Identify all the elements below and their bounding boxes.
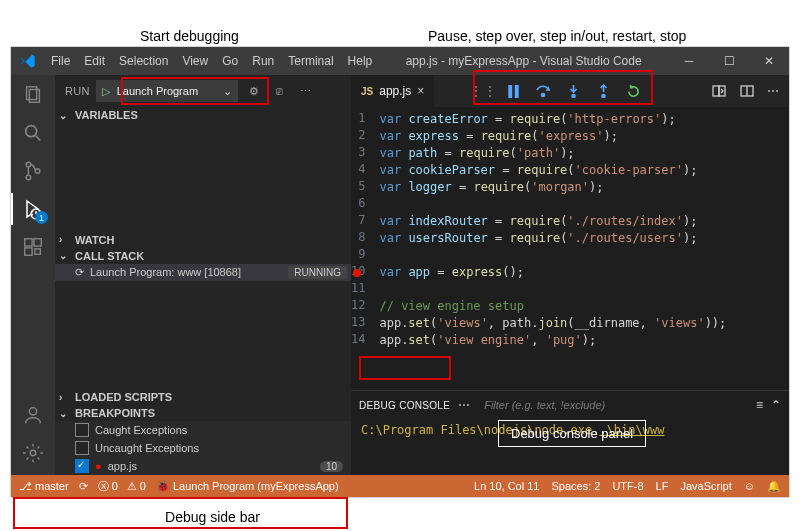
red-box-console-tab [359, 356, 451, 380]
svg-rect-9 [34, 239, 41, 246]
menu-run[interactable]: Run [246, 51, 280, 71]
encoding-status[interactable]: UTF-8 [612, 480, 643, 492]
menu-file[interactable]: File [45, 51, 76, 71]
svg-point-2 [26, 126, 37, 137]
editor-area: JS app.js × ⋮⋮ [351, 75, 789, 475]
menu-selection[interactable]: Selection [113, 51, 174, 71]
code-editor[interactable]: var createError = require('http-errors')… [373, 107, 726, 390]
run-label: RUN [65, 85, 90, 97]
debug-badge: 1 [35, 211, 48, 224]
menu-bar: FileEditSelectionViewGoRunTerminalHelp [45, 51, 378, 71]
watch-section[interactable]: ›WATCH [55, 232, 351, 248]
svg-point-4 [26, 162, 31, 167]
titlebar: FileEditSelectionViewGoRunTerminalHelp a… [11, 47, 789, 75]
svg-point-6 [35, 169, 40, 174]
svg-point-12 [29, 408, 36, 415]
line-gutter[interactable]: 1234567891011121314 [351, 107, 373, 390]
annotation-console-panel: Debug console panel [498, 420, 646, 447]
callstack-item[interactable]: ⟳ Launch Program: www [10868] RUNNING [55, 264, 351, 281]
notifications-icon[interactable]: 🔔 [767, 480, 781, 493]
svg-line-3 [36, 136, 41, 141]
panel-more-icon[interactable]: ⋯ [458, 398, 470, 412]
menu-view[interactable]: View [176, 51, 214, 71]
maximize-button[interactable]: ☐ [709, 47, 749, 75]
svg-point-13 [30, 450, 36, 456]
running-tag: RUNNING [288, 266, 347, 279]
menu-terminal[interactable]: Terminal [282, 51, 339, 71]
run-debug-icon[interactable]: 1 [21, 197, 45, 221]
svg-rect-22 [719, 86, 725, 96]
run-sidebar: RUN ▷ Launch Program ⌄ ⚙ ⎚ ⋯ ⌄VARIABLES … [55, 75, 351, 475]
branch-status[interactable]: ⎇master [19, 480, 69, 493]
variables-section[interactable]: ⌄VARIABLES [55, 107, 351, 123]
sync-status[interactable]: ⟳ [79, 480, 88, 493]
debug-console-icon[interactable]: ⎚ [270, 85, 290, 97]
more-actions-icon[interactable]: ⋯ [767, 84, 779, 98]
spinner-icon: ⟳ [75, 266, 84, 279]
eol-status[interactable]: LF [656, 480, 669, 492]
svg-rect-21 [713, 86, 719, 96]
bp-uncaught[interactable]: Uncaught Exceptions [55, 439, 351, 457]
menu-edit[interactable]: Edit [78, 51, 111, 71]
launch-status[interactable]: 🐞Launch Program (myExpressApp) [156, 480, 339, 493]
red-box-sidebar [13, 497, 348, 529]
vscode-window: FileEditSelectionViewGoRunTerminalHelp a… [11, 47, 789, 497]
breakpoints-section[interactable]: ⌄BREAKPOINTS [55, 405, 351, 421]
compare-icon[interactable] [711, 83, 727, 99]
tab-appjs[interactable]: JS app.js × [351, 75, 435, 107]
loaded-scripts-section[interactable]: ›LOADED SCRIPTS [55, 389, 351, 405]
svg-rect-11 [35, 249, 41, 255]
minimize-button[interactable]: ─ [669, 47, 709, 75]
activity-bar: 1 [11, 75, 55, 475]
explorer-icon[interactable] [21, 83, 45, 107]
close-button[interactable]: ✕ [749, 47, 789, 75]
word-wrap-icon[interactable]: ≡ [756, 398, 763, 412]
red-box-launch [121, 77, 269, 105]
js-icon: JS [361, 86, 373, 97]
stop-icon[interactable] [653, 81, 673, 101]
svg-point-5 [26, 175, 31, 180]
settings-gear-icon[interactable] [21, 441, 45, 465]
extensions-icon[interactable] [21, 235, 45, 259]
split-editor-icon[interactable] [739, 83, 755, 99]
tab-label: app.js [379, 84, 411, 98]
window-title: app.js - myExpressApp - Visual Studio Co… [378, 54, 669, 68]
language-status[interactable]: JavaScript [680, 480, 731, 492]
feedback-icon[interactable]: ☺ [744, 480, 755, 492]
close-tab-icon[interactable]: × [417, 84, 424, 98]
annotation-debug-controls: Pause, step over, step in/out, restart, … [428, 28, 686, 44]
svg-rect-8 [25, 239, 32, 246]
start-debug-icon[interactable]: ▷ [97, 85, 115, 98]
callstack-section[interactable]: ⌄CALL STACK [55, 248, 351, 264]
filter-input[interactable]: Filter (e.g. text, !exclude) [478, 399, 748, 411]
annotation-start-debugging: Start debugging [140, 28, 239, 44]
more-icon[interactable]: ⋯ [296, 85, 316, 98]
vscode-logo-icon [11, 53, 45, 69]
menu-go[interactable]: Go [216, 51, 244, 71]
bp-caught[interactable]: Caught Exceptions [55, 421, 351, 439]
ln-col-status[interactable]: Ln 10, Col 11 [474, 480, 539, 492]
menu-help[interactable]: Help [342, 51, 379, 71]
panel-chevron-icon[interactable]: ⌃ [771, 398, 781, 412]
spaces-status[interactable]: Spaces: 2 [551, 480, 600, 492]
problems-status[interactable]: ⓧ0 ⚠0 [98, 479, 146, 494]
search-icon[interactable] [21, 121, 45, 145]
accounts-icon[interactable] [21, 403, 45, 427]
source-control-icon[interactable] [21, 159, 45, 183]
svg-rect-0 [27, 87, 37, 100]
red-box-toolbar [473, 70, 653, 105]
svg-rect-10 [25, 248, 32, 255]
bp-appjs[interactable]: ●app.js10 [55, 457, 351, 475]
status-bar: ⎇master ⟳ ⓧ0 ⚠0 🐞Launch Program (myExpre… [11, 475, 789, 497]
callstack-item-label: Launch Program: www [10868] [90, 266, 241, 278]
debug-console-tab[interactable]: DEBUG CONSOLE [359, 400, 450, 411]
svg-rect-1 [29, 90, 39, 103]
